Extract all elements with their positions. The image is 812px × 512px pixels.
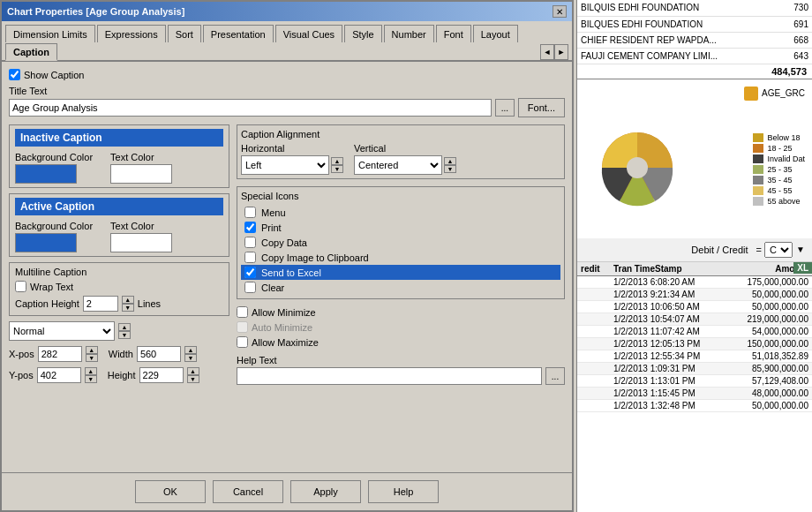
tab-layout[interactable]: Layout — [473, 25, 518, 42]
legend-color — [753, 133, 763, 142]
trans-timestamp: 1/2/2013 1:13:01 PM — [610, 374, 727, 387]
trans-credit — [577, 275, 610, 288]
trans-credit — [577, 399, 610, 411]
horizontal-select[interactable]: Left Center Right — [241, 155, 329, 175]
debit-credit-row: Debit / Credit = C D ▼ — [577, 238, 812, 262]
ypos-up[interactable]: ▲ — [85, 367, 97, 375]
ypos-down[interactable]: ▼ — [85, 375, 97, 383]
legend-item: Invalid Dat — [753, 154, 805, 163]
active-color-row: Background Color Text Color — [15, 221, 223, 252]
allow-maximize-checkbox[interactable] — [237, 336, 248, 348]
apply-button[interactable]: Apply — [290, 480, 361, 503]
horizontal-align-item: Horizontal Left Center Right ▲ ▼ — [241, 143, 343, 175]
mode-up[interactable]: ▲ — [118, 323, 131, 331]
icon-send-excel-checkbox[interactable] — [244, 267, 256, 278]
tab-visual-cues[interactable]: Visual Cues — [275, 25, 343, 42]
close-button[interactable]: ✕ — [553, 5, 567, 18]
trans-timestamp: 1/2/2013 6:08:20 AM — [610, 275, 727, 288]
icon-copy-image-label: Copy Image to Clipboard — [261, 252, 369, 263]
tab-caption[interactable]: Caption — [5, 43, 57, 61]
trans-amount: 51,018,352.89 — [726, 350, 812, 362]
vertical-up[interactable]: ▲ — [444, 157, 456, 165]
tab-expressions[interactable]: Expressions — [97, 25, 166, 42]
width-item: Width ▲ ▼ — [109, 346, 197, 362]
help-button[interactable]: Help — [368, 480, 439, 503]
icon-copy-data-checkbox[interactable] — [244, 237, 256, 248]
allow-maximize-row: Allow Maximize — [237, 336, 565, 348]
xpos-down[interactable]: ▼ — [86, 354, 98, 362]
active-text-swatch[interactable] — [110, 233, 172, 252]
trans-credit — [577, 350, 610, 362]
legend-item: 35 - 45 — [753, 176, 805, 184]
vertical-select[interactable]: Top Centered Bottom — [354, 155, 442, 175]
mode-down[interactable]: ▼ — [118, 331, 131, 339]
ypos-input[interactable] — [37, 367, 81, 383]
inactive-bg-swatch[interactable] — [15, 164, 77, 184]
debit-credit-select[interactable]: C D — [764, 242, 793, 258]
icon-copy-data-label: Copy Data — [261, 237, 307, 248]
caption-height-input[interactable] — [83, 296, 118, 312]
horizontal-down[interactable]: ▼ — [331, 165, 343, 173]
title-text-input[interactable] — [9, 99, 492, 117]
horizontal-label: Horizontal — [241, 143, 343, 154]
title-dots-button[interactable]: ... — [495, 99, 515, 117]
show-caption-checkbox[interactable] — [9, 69, 20, 80]
icon-print-checkbox[interactable] — [244, 222, 256, 233]
company-row: CHIEF RESIDENT REP WAPDA... 668 — [577, 32, 812, 48]
tab-arrows: ◄ ► — [540, 44, 568, 60]
tab-font[interactable]: Font — [436, 25, 471, 42]
transaction-row: 1/2/2013 1:09:31 PM 85,900,000.00 — [577, 362, 812, 374]
tab-dimension[interactable]: Dimension Limits — [5, 25, 95, 42]
active-bg-swatch[interactable] — [15, 233, 77, 252]
vertical-down[interactable]: ▼ — [444, 165, 456, 173]
window-mode-select[interactable]: Normal Minimized Maximized — [9, 321, 115, 341]
trans-amount: 85,900,000.00 — [726, 362, 812, 374]
tab-presentation[interactable]: Presentation — [203, 25, 274, 42]
font-button[interactable]: Font... — [518, 98, 565, 117]
inactive-text-swatch[interactable] — [110, 164, 172, 184]
auto-minimize-checkbox[interactable] — [237, 321, 248, 333]
height-row: Caption Height ▲ ▼ Lines — [15, 296, 223, 312]
tab-number[interactable]: Number — [384, 25, 434, 42]
inactive-caption-header: Inactive Caption — [15, 129, 223, 147]
caption-height-label: Caption Height — [15, 298, 79, 309]
width-down[interactable]: ▼ — [184, 354, 197, 362]
transaction-row: 1/2/2013 9:21:34 AM 50,000,000.00 — [577, 288, 812, 300]
help-text-dots-button[interactable]: ... — [545, 367, 565, 385]
transaction-row: 1/2/2013 12:05:13 PM 150,000,000.00 — [577, 337, 812, 350]
main-content: Show Caption Title Text ... Font... Inac… — [2, 62, 572, 504]
legend-color — [753, 186, 763, 195]
company-row: BILQUES EDHI FOUNDATION 691 — [577, 16, 812, 32]
height-down[interactable]: ▼ — [187, 375, 199, 383]
title-text-section: Title Text ... Font... — [9, 86, 565, 117]
icon-clear-checkbox[interactable] — [244, 282, 256, 293]
tab-style[interactable]: Style — [344, 25, 381, 42]
chart-legend: Below 18 18 - 25 Invalid Dat 25 - 35 35 … — [753, 133, 805, 206]
help-text-input[interactable] — [237, 367, 542, 385]
icon-menu-checkbox[interactable] — [244, 207, 256, 218]
debit-credit-label: Debit / Credit — [691, 245, 748, 255]
xpos-input[interactable] — [38, 346, 82, 362]
inactive-color-row: Background Color Text Color — [15, 152, 223, 184]
tab-prev-button[interactable]: ◄ — [540, 44, 554, 60]
caption-height-up[interactable]: ▲ — [122, 296, 134, 304]
xpos-up[interactable]: ▲ — [86, 346, 98, 354]
wrap-text-checkbox[interactable] — [15, 281, 26, 292]
width-up[interactable]: ▲ — [184, 346, 197, 354]
dialog-title: Chart Properties [Age Group Analysis] — [7, 6, 184, 17]
icon-send-excel[interactable]: Send to Excel — [241, 265, 560, 280]
horizontal-up[interactable]: ▲ — [331, 157, 343, 165]
height-input[interactable] — [139, 367, 184, 383]
tab-sort[interactable]: Sort — [168, 25, 201, 42]
height-up[interactable]: ▲ — [187, 367, 199, 375]
cancel-button[interactable]: Cancel — [213, 480, 283, 503]
width-input[interactable] — [137, 346, 181, 362]
legend-label: 35 - 45 — [767, 176, 792, 184]
caption-height-down[interactable]: ▼ — [122, 304, 134, 312]
icon-copy-image-checkbox[interactable] — [244, 252, 256, 263]
xl-badge: XL — [793, 262, 812, 274]
col-timestamp: Tran TimeStamp — [610, 262, 727, 276]
tab-next-button[interactable]: ► — [554, 44, 568, 60]
ok-button[interactable]: OK — [135, 480, 206, 503]
allow-minimize-checkbox[interactable] — [237, 306, 248, 318]
